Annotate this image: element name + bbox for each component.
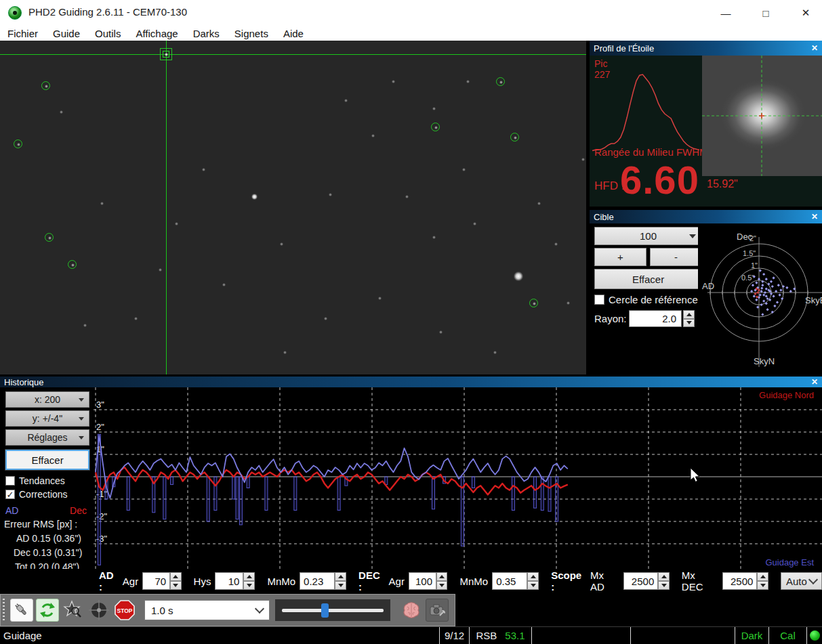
stop-button[interactable]: STOP	[113, 599, 136, 622]
param-spinner[interactable]	[335, 572, 346, 590]
star[interactable]	[280, 242, 283, 246]
star[interactable]	[466, 80, 470, 83]
star[interactable]	[202, 168, 205, 171]
loop-exposures-button[interactable]	[36, 599, 59, 622]
star[interactable]	[60, 110, 63, 114]
menu-item-darks[interactable]: Darks	[186, 28, 227, 39]
menu-item-signets[interactable]: Signets	[227, 28, 276, 39]
target-clear-button[interactable]: Effacer	[594, 269, 702, 289]
start-guiding-button[interactable]	[87, 599, 110, 622]
star[interactable]	[537, 202, 541, 205]
star-profile-caption[interactable]: Profil de l'Étoile ✕	[590, 41, 822, 56]
star[interactable]	[329, 193, 332, 196]
menu-item-guide[interactable]: Guide	[45, 28, 87, 39]
menu-item-aide[interactable]: Aide	[276, 28, 311, 39]
checkbox-unchecked-icon[interactable]	[594, 295, 604, 305]
star[interactable]	[567, 301, 570, 305]
star[interactable]	[439, 330, 443, 334]
close-button[interactable]: ✕	[790, 0, 821, 26]
star[interactable]	[581, 158, 585, 161]
detected-star-circle-icon[interactable]	[14, 139, 22, 148]
menu-item-fichier[interactable]: Fichier	[0, 28, 45, 39]
param-input-2[interactable]: 0.23	[300, 572, 335, 590]
param-input-1[interactable]: 10	[215, 572, 243, 590]
star[interactable]	[493, 351, 497, 354]
zoom-in-button[interactable]: +	[594, 248, 646, 266]
toolbar-grip-icon[interactable]	[3, 599, 5, 622]
zoom-out-button[interactable]: -	[650, 248, 702, 266]
param-input-0[interactable]: 70	[142, 572, 170, 590]
param-spinner[interactable]	[757, 572, 768, 590]
star-zoom-image	[702, 56, 822, 176]
star[interactable]	[392, 80, 395, 83]
star[interactable]	[222, 283, 226, 286]
star[interactable]	[405, 195, 409, 198]
history-xscale-select[interactable]: x: 200	[5, 391, 89, 408]
star[interactable]	[324, 317, 327, 320]
detected-star-circle-icon[interactable]	[68, 260, 77, 269]
history-clear-button[interactable]: Effacer	[5, 450, 89, 470]
menu-item-affichage[interactable]: Affichage	[128, 28, 185, 39]
checkbox-checked-icon[interactable]: ✓	[5, 490, 15, 499]
maximize-button[interactable]: □	[750, 0, 781, 26]
star[interactable]	[134, 317, 138, 320]
checkbox-unchecked-icon[interactable]	[5, 476, 15, 486]
star[interactable]	[283, 351, 287, 354]
star[interactable]	[514, 272, 523, 281]
param-spinner[interactable]	[527, 572, 539, 590]
star[interactable]	[378, 297, 382, 300]
detected-star-circle-icon[interactable]	[529, 299, 538, 307]
close-icon[interactable]: ✕	[811, 212, 818, 221]
dec-mode-select[interactable]: Auto	[781, 572, 822, 590]
history-settings-select[interactable]: Réglages	[5, 429, 89, 446]
trends-checkbox[interactable]: Tendances	[5, 475, 65, 486]
radius-input[interactable]: 2.0	[629, 310, 682, 327]
history-caption[interactable]: Historique ✕	[0, 377, 822, 387]
param-spinner[interactable]	[170, 572, 181, 590]
selected-star-box-icon[interactable]	[163, 51, 169, 58]
detected-star-circle-icon[interactable]	[45, 233, 54, 242]
auto-select-star-button[interactable]	[62, 599, 85, 622]
exposure-select[interactable]: 1.0 s	[144, 600, 270, 620]
param-spinner[interactable]	[436, 572, 447, 590]
star[interactable]	[554, 242, 558, 246]
slider-handle[interactable]	[321, 603, 329, 618]
star[interactable]	[251, 194, 258, 200]
param-input-6[interactable]: 2500	[722, 572, 757, 590]
minimize-button[interactable]: —	[710, 0, 741, 26]
star[interactable]	[100, 202, 104, 205]
star[interactable]	[432, 236, 436, 239]
detected-star-circle-icon[interactable]	[510, 133, 519, 142]
detected-star-circle-icon[interactable]	[431, 123, 440, 131]
param-input-3[interactable]: 100	[409, 572, 436, 590]
param-spinner[interactable]	[243, 572, 255, 590]
radius-spinner[interactable]	[683, 310, 695, 327]
star[interactable]	[473, 222, 476, 226]
corrections-checkbox[interactable]: ✓ Corrections	[5, 489, 68, 500]
star[interactable]	[432, 107, 436, 110]
history-yscale-select[interactable]: y: +/-4"	[5, 410, 89, 427]
star[interactable]	[462, 168, 466, 171]
param-input-4[interactable]: 0.35	[492, 572, 527, 590]
connect-equipment-button[interactable]	[10, 599, 33, 622]
star[interactable]	[83, 324, 87, 327]
star[interactable]	[344, 99, 348, 102]
stretch-slider[interactable]	[282, 609, 384, 612]
camera-settings-button[interactable]	[426, 599, 449, 622]
close-icon[interactable]: ✕	[811, 43, 818, 53]
detected-star-circle-icon[interactable]	[496, 77, 505, 86]
param-input-5[interactable]: 2500	[623, 572, 658, 590]
reference-circle-checkbox[interactable]: Cercle de référence	[594, 294, 698, 305]
target-caption[interactable]: Cible ✕	[590, 210, 822, 223]
detected-star-circle-icon[interactable]	[41, 81, 50, 90]
param-spinner[interactable]	[658, 572, 670, 590]
guide-camera-frame[interactable]	[0, 41, 586, 374]
star[interactable]	[175, 222, 178, 226]
window-titlebar[interactable]: PHD2 Guiding 2.6.11 - CEM70-130 — □ ✕	[0, 0, 822, 26]
star[interactable]	[159, 268, 162, 272]
star[interactable]	[371, 134, 375, 137]
close-icon[interactable]: ✕	[811, 377, 818, 387]
target-zoom-select[interactable]: 100	[594, 227, 702, 245]
advanced-settings-button[interactable]	[400, 599, 423, 622]
menu-item-outils[interactable]: Outils	[87, 28, 128, 39]
